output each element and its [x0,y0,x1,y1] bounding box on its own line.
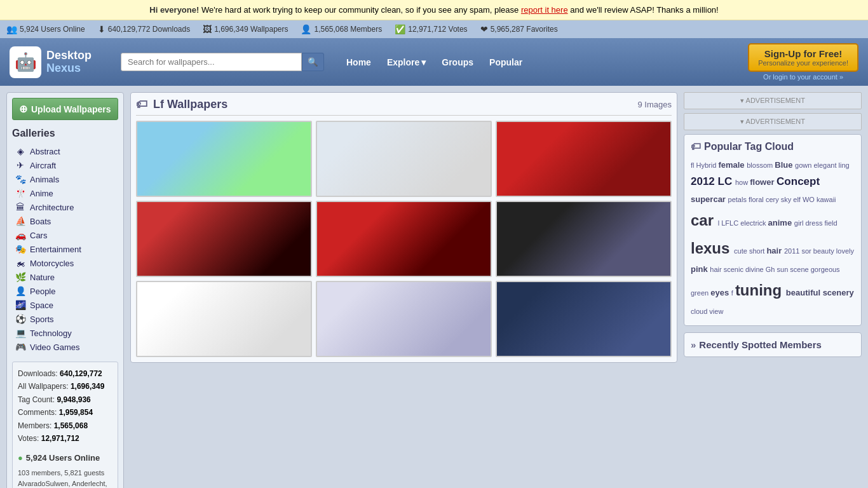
tag-item[interactable]: LFLC [721,219,740,227]
tag-item[interactable]: cery [766,196,781,203]
gallery-item-entertainment[interactable]: 🎭Entertainment [12,242,118,256]
tag-item[interactable]: pink [691,264,710,274]
tag-item[interactable]: Gh [766,266,777,273]
tag-item[interactable]: beauty [813,247,836,255]
tag-item[interactable]: short [749,247,767,255]
tag-item[interactable]: sor [801,247,813,255]
tag-item[interactable]: sun [777,266,790,273]
tag-item[interactable]: sky [781,196,794,203]
tag-item[interactable]: cute [734,247,749,255]
wallpaper-thumb-6[interactable] [496,201,672,277]
tag-item[interactable]: cloud [691,308,709,315]
tag-item[interactable]: Concept [776,175,820,187]
tag-item[interactable]: lovely [836,247,854,255]
tag-item[interactable]: kawaii [817,196,836,203]
tag-item[interactable]: Hybrid [696,161,719,169]
gallery-item-motorcycles[interactable]: 🏍Motorcycles [12,256,118,270]
wallpaper-thumb-1[interactable] [136,121,312,197]
gallery-item-architecture[interactable]: 🏛Architecture [12,200,118,214]
tag-item[interactable]: scenic [724,266,745,273]
tag-item[interactable]: elf [793,196,803,203]
signup-button[interactable]: Sign-Up for Free! Personalize your exper… [748,43,858,72]
tag-item[interactable]: Blue [775,160,795,170]
gallery-item-nature[interactable]: 🌿Nature [12,270,118,284]
tag-item[interactable]: divine [745,266,766,273]
tag-item[interactable]: female [718,160,747,170]
gallery-item-aircraft[interactable]: ✈Aircraft [12,158,118,172]
tag-item[interactable]: hair [710,266,723,273]
tag-item[interactable]: tuning [735,281,786,299]
members-stat-value: 1,565,068 [54,421,88,430]
tag-item[interactable]: scenery [823,288,854,297]
search-input[interactable] [121,53,302,71]
gallery-item-technology[interactable]: 💻Technology [12,326,118,340]
tag-item[interactable]: 2012 [691,175,718,187]
tag-item[interactable]: scene [790,266,810,273]
gallery-icon: 🌌 [15,300,26,310]
gallery-item-people[interactable]: 👤People [12,284,118,298]
wallpaper-thumb-2[interactable] [316,121,492,197]
tag-item[interactable]: gown [795,161,813,169]
favorites-stat: ❤ 5,965,287 Favorites [480,24,558,34]
tag-item[interactable]: beautiful [786,288,823,297]
tag-item[interactable]: electrick [740,219,768,227]
gallery-item-video-games[interactable]: 🎮Video Games [12,340,118,354]
wallpaper-thumb-3[interactable] [496,121,672,197]
signup-main-text: Sign-Up for Free! [758,48,848,59]
gallery-item-animals[interactable]: 🐾Animals [12,172,118,186]
tag-item[interactable]: car [691,212,718,229]
tag-item[interactable]: WO [803,196,817,203]
header: 🤖 Desktop Nexus 🔍 Home Explore ▾ Groups … [0,38,868,86]
wallpaper-thumb-5[interactable] [316,201,492,277]
tag-item[interactable]: dress [806,219,825,227]
tag-item[interactable]: field [824,219,837,227]
tag-item[interactable]: hair [766,246,783,255]
tag-item[interactable]: supercar [691,194,728,204]
online-breakdown: 103 members, 5,821 guests [18,468,112,478]
gallery-label: Aircraft [30,161,56,170]
logo[interactable]: 🤖 Desktop Nexus [10,46,111,78]
tag-item[interactable]: fl [691,161,696,169]
gallery-item-sports[interactable]: ⚽Sports [12,312,118,326]
gallery-item-abstract[interactable]: ◈Abstract [12,144,118,158]
wallpaper-thumb-4[interactable] [136,201,312,277]
search-button[interactable]: 🔍 [302,53,324,71]
gallery-item-boats[interactable]: ⛵Boats [12,214,118,228]
tag-item[interactable]: anime [768,218,794,227]
gallery-label: Video Games [30,342,80,352]
tag-item[interactable]: flower [750,177,776,187]
tag-item[interactable]: green [691,289,710,297]
gallery-icon: 🌿 [15,272,26,282]
gallery-item-anime[interactable]: 🎌Anime [12,186,118,200]
nav-explore[interactable]: Explore ▾ [381,54,432,71]
tag-item[interactable]: floral [749,196,766,203]
nav-popular[interactable]: Popular [483,54,529,71]
wallpaper-thumb-8[interactable] [316,281,492,357]
tag-item[interactable]: elegant [813,161,838,169]
logo-nexus: Nexus [46,62,92,75]
gallery-icon: 🚗 [15,230,26,240]
tag-item[interactable]: ling [839,161,850,169]
nav-groups[interactable]: Groups [435,54,480,71]
tag-item[interactable]: blossom [747,161,775,169]
gallery-label: Architecture [30,203,74,212]
upload-button[interactable]: ⊕ Upload Wallpapers [12,98,118,120]
tag-item[interactable]: girl [794,219,806,227]
login-link[interactable]: Or login to your account » [748,73,858,81]
tag-item[interactable]: petals [728,196,749,203]
report-link[interactable]: report it here [521,5,568,15]
nav-home[interactable]: Home [340,54,377,71]
tag-item[interactable]: LC [718,175,735,187]
wallpaper-thumb-7[interactable] [136,281,312,357]
gallery-icon: ⛵ [15,216,26,226]
comments-stat-value: 1,959,854 [59,408,93,417]
tag-item[interactable]: eyes [710,288,731,297]
tag-item[interactable]: view [709,308,723,315]
tag-item[interactable]: 2011 [784,247,802,255]
gallery-item-cars[interactable]: 🚗Cars [12,228,118,242]
tag-item[interactable]: lexus [691,240,734,257]
gallery-item-space[interactable]: 🌌Space [12,298,118,312]
wallpaper-thumb-9[interactable] [496,281,672,357]
tag-item[interactable]: gorgeous [811,266,840,273]
tag-item[interactable]: how [735,179,750,186]
